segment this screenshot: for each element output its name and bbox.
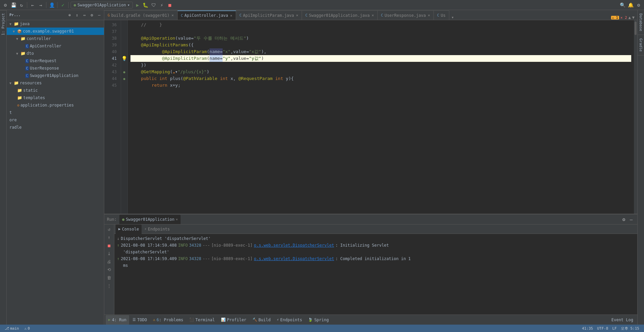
run-tab-close[interactable]: ✕ [176,217,178,221]
editor-scrollbar[interactable] [634,20,637,214]
tool-tab-label: Terminal [195,318,215,322]
run-config-selector[interactable]: ● Swagger01Application ▾ [71,2,133,8]
gradle-icon: G [108,13,110,17]
tool-tab-run[interactable]: ▶ 4: Run [106,315,129,325]
debug-icon[interactable]: 🐛 [142,2,149,8]
tab-close-apiimplicitparam[interactable]: ✕ [296,13,298,17]
tab-close-build[interactable]: ✕ [172,13,174,17]
tab-us[interactable]: C Us [434,10,449,20]
tool-tab-spring[interactable]: 🍃 Spring [305,315,331,325]
tab-close-userresponse[interactable]: ✕ [428,13,430,17]
tool-tab-endpoints[interactable]: ⚡ Endpoints [274,315,305,325]
right-tab-gradle[interactable]: Gradle [638,35,644,55]
tab-label: ApiImplicitParam.java [243,13,294,18]
minimize-icon[interactable]: — [628,216,635,223]
coverage-icon[interactable]: 🛡 [150,2,157,8]
tab-close-swagger01app[interactable]: ✕ [372,13,374,17]
tool-tab-terminal[interactable]: ⬛ Terminal [187,315,218,325]
nav-up-icon[interactable]: ▲ [629,15,631,20]
folder-icon: 📁 [14,22,19,26]
gutter-36 [121,22,127,28]
project-locate-icon[interactable]: ⊕ [66,12,73,18]
tree-label: radle [9,125,22,130]
status-warnings[interactable]: ⚠ 0 [23,325,32,332]
tree-item-templates[interactable]: 📁 templates [7,94,104,101]
forward-icon[interactable]: → [37,2,44,8]
user-icon[interactable]: 👤 [48,2,55,8]
right-tab-database[interactable]: Database [638,10,644,35]
code-editor: 36 37 38 39 40 41 42 43 44 45 💡 ● [104,20,637,214]
tree-item-apicontroller[interactable]: C ApiController [7,42,104,50]
project-expand-icon[interactable]: ⇔ [81,12,88,18]
soft-wrap-icon[interactable]: ⟲ [106,266,113,273]
status-vcs[interactable]: ⎇ main [3,325,21,332]
stop-icon[interactable]: ■ [106,242,113,249]
tree-item-package[interactable]: ▼ 📦 com.example.swagger01 [7,28,104,35]
nav-down-icon[interactable]: ▼ [632,15,635,20]
settings-icon[interactable]: ⚙ [635,2,642,8]
tree-label: java [20,22,30,26]
status-encoding[interactable]: UTF-8 [595,326,610,331]
status-position[interactable]: 41:35 [580,326,595,331]
code-line-41: @ApiImplicitParam ( name= "y" ,value= "y… [130,55,631,62]
back-icon[interactable]: ← [29,2,36,8]
stop-icon[interactable]: ■ [166,2,173,8]
tree-item-java[interactable]: ▼ 📁 java [7,20,104,28]
tree-item-userrequest[interactable]: C UserRequest [7,57,104,65]
save-icon[interactable]: 💾 [10,2,17,8]
vcs-icon: ⎇ [5,326,9,331]
tree-item-app-properties[interactable]: ⚙ application.properties [7,101,104,109]
print-icon[interactable]: 🖨 [106,258,113,265]
run-config-arrow: ▾ [127,3,130,7]
tool-tab-build[interactable]: 🔨 Build [250,315,273,325]
tab-swagger01app[interactable]: C Swagger01Application.java ✕ [302,10,378,20]
project-gear-icon[interactable]: ⚙ [88,12,95,18]
trash-icon[interactable]: 🗑 [106,274,113,281]
tree-item-userresponse[interactable]: C UserResponse [7,65,104,72]
more-icon[interactable]: ⋮ [106,282,113,289]
tree-item-t[interactable]: t [7,109,104,116]
console-subtab-console[interactable]: ▶ Console [116,224,142,234]
tree-item-resources[interactable]: ▼ 📁 resources [7,79,104,87]
sidebar-item-project[interactable]: 1: Project [0,10,6,38]
top-toolbar: ⚙ 💾 ↻ ← → 👤 ✓ ● Swagger01Application ▾ ▶… [0,0,644,10]
tree-item-swagger01app[interactable]: C Swagger01Application [7,72,104,79]
tree-item-dto[interactable]: ▼ 📁 dto [7,50,104,57]
sep3 [57,2,58,8]
line-num-36: 36 [104,22,119,28]
tree-item-ore[interactable]: ore [7,116,104,124]
build-icon[interactable]: ⚙ [2,2,9,8]
tree-item-static[interactable]: 📁 static [7,87,104,94]
code-content[interactable]: // } @ApiOperation (value= "두 수를 더하는 메서드… [128,20,634,214]
notification-icon[interactable]: 🔔 [627,2,634,8]
tool-tab-eventlog[interactable]: Event Log [609,315,636,325]
scroll-to-end-icon[interactable]: ⤓ [106,250,113,257]
tree-item-controller[interactable]: ▼ 📁 controller [7,35,104,42]
sync-icon[interactable]: ↻ [18,2,25,8]
right-side-tabs: Database Gradle [637,10,644,325]
search-icon[interactable]: 🔍 [619,2,626,8]
project-close-icon[interactable]: — [96,12,103,18]
more-tabs-button[interactable]: ▾ [449,15,456,20]
tool-tab-problems[interactable]: ⚠ 6: Problems [150,315,186,325]
run-icon[interactable]: ▶ [134,2,141,8]
tree-item-radle[interactable]: radle [7,124,104,131]
status-linefeed[interactable]: LF [610,326,619,331]
run-tab-swagger01app[interactable]: ● Swagger01Application ✕ [119,215,181,224]
tab-apicontroller[interactable]: C ApiController.java ✕ [178,10,236,20]
console-subtab-endpoints[interactable]: ⚡ Endpoints [142,224,173,234]
tab-userresponse[interactable]: C UserResponse.java ✕ [378,10,434,20]
profile-icon[interactable]: ⚡ [158,2,165,8]
tool-tab-todo[interactable]: ☰ TODO [130,315,150,325]
vcs-icon[interactable]: ✓ [60,2,66,8]
tab-close-apicontroller[interactable]: ✕ [230,13,232,18]
restart-icon[interactable]: ↺ [106,226,113,233]
scroll-up-icon[interactable]: ↑ [106,234,113,241]
tool-tab-label: TODO [137,318,147,322]
settings-icon[interactable]: ⚙ [620,216,627,223]
tool-tab-profiler[interactable]: 📊 Profiler [218,315,249,325]
project-scroll-icon[interactable]: ⇕ [74,12,80,18]
tree-label: application.properties [21,103,74,108]
tab-apiimplicitparam[interactable]: C ApiImplicitParam.java ✕ [236,10,302,20]
tab-build-gradle[interactable]: G build.gradle (swagger01) ✕ [104,10,178,20]
